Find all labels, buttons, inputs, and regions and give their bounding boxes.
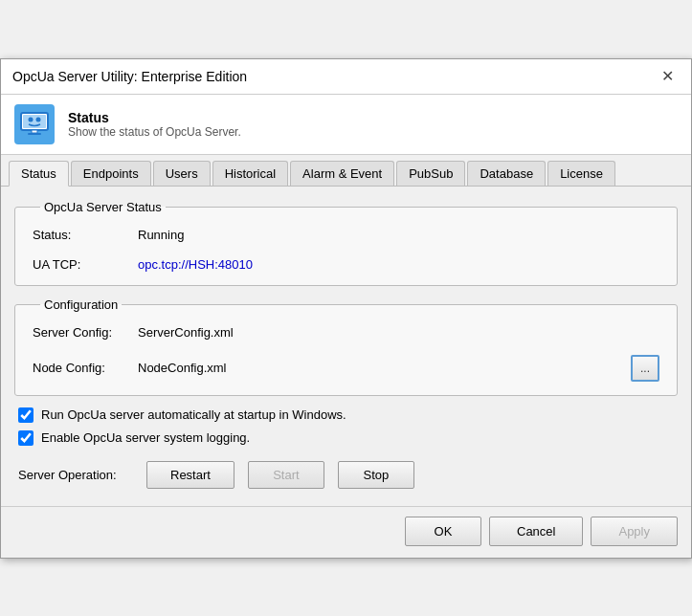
ua-tcp-row: UA TCP: opc.tcp://HSH:48010 [33,257,659,272]
checkbox-logging-label: Enable OpcUa server system logging. [41,430,250,445]
browse-button[interactable]: ... [631,355,659,382]
svg-point-4 [36,117,41,121]
server-config-row: Server Config: ServerConfig.xml [33,325,659,340]
close-button[interactable]: ✕ [656,67,680,86]
main-window: OpcUa Server Utility: Enterprise Edition… [0,58,692,559]
server-config-label: Server Config: [33,325,138,340]
header-title: Status [68,110,241,125]
server-operation-label: Server Operation: [18,468,133,482]
tabs-bar: Status Endpoints Users Historical Alarm … [1,155,691,187]
tab-database[interactable]: Database [467,161,546,186]
ua-tcp-value: opc.tcp://HSH:48010 [138,257,253,272]
stop-button[interactable]: Stop [338,461,414,489]
server-config-value: ServerConfig.xml [138,325,234,340]
checkbox-logging-row: Enable OpcUa server system logging. [14,430,678,446]
svg-point-3 [29,117,33,121]
window-title: OpcUa Server Utility: Enterprise Edition [12,69,247,84]
tab-historical[interactable]: Historical [212,161,288,186]
status-value: Running [138,228,184,242]
server-status-group: OpcUa Server Status Status: Running UA T… [14,200,678,286]
content-area: OpcUa Server Status Status: Running UA T… [1,187,691,506]
header-section: Status Show the status of OpcUa Server. [1,95,691,155]
tab-status[interactable]: Status [9,161,69,187]
checkbox-logging[interactable] [18,430,33,446]
svg-rect-6 [28,133,41,135]
node-config-left: Node Config: NodeConfig.xml [33,361,227,375]
node-config-row: Node Config: NodeConfig.xml ... [33,355,659,382]
checkbox-startup-row: Run OpcUa server automatically at startu… [14,407,678,423]
title-bar: OpcUa Server Utility: Enterprise Edition… [1,59,691,95]
tab-pubsub[interactable]: PubSub [396,161,465,186]
ok-button[interactable]: OK [405,517,481,546]
svg-rect-5 [32,130,37,133]
status-label: Status: [33,228,138,242]
tab-alarm-event[interactable]: Alarm & Event [290,161,394,186]
apply-button[interactable]: Apply [591,517,678,546]
header-subtitle: Show the status of OpcUa Server. [68,125,241,139]
header-text: Status Show the status of OpcUa Server. [68,110,241,139]
footer: OK Cancel Apply [1,506,691,558]
start-button[interactable]: Start [248,461,324,489]
checkbox-startup[interactable] [18,407,33,423]
restart-button[interactable]: Restart [146,461,234,489]
cancel-button[interactable]: Cancel [489,517,583,546]
checkbox-startup-label: Run OpcUa server automatically at startu… [41,407,346,422]
configuration-legend: Configuration [40,297,122,312]
ua-tcp-label: UA TCP: [33,257,138,272]
monitor-icon [19,109,50,140]
tab-users[interactable]: Users [153,161,211,186]
node-config-value: NodeConfig.xml [138,361,227,375]
tab-endpoints[interactable]: Endpoints [71,161,151,186]
header-icon [14,104,55,144]
server-operation-row: Server Operation: Restart Start Stop [14,453,678,493]
server-status-legend: OpcUa Server Status [40,200,166,214]
status-row: Status: Running [33,228,659,242]
configuration-group: Configuration Server Config: ServerConfi… [14,297,678,396]
node-config-label: Node Config: [33,361,138,375]
tab-license[interactable]: License [547,161,615,186]
